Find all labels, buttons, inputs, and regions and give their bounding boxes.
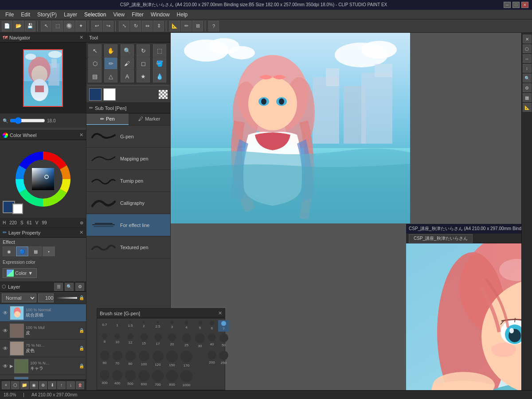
menu-view[interactable]: View [110, 11, 128, 19]
toolbar-pen[interactable]: ✏ [181, 21, 192, 31]
tool-zoom[interactable]: 🔍 [121, 44, 134, 57]
toolbar-flip-v[interactable]: ⇕ [153, 21, 164, 31]
menu-layer[interactable]: Layer [60, 11, 81, 19]
navigator-close[interactable]: ✕ [79, 35, 83, 40]
brush-size-50[interactable]: 50 [218, 332, 229, 349]
brush-size-17[interactable]: 17 [151, 332, 164, 349]
toolbar-select-auto[interactable]: ✦ [75, 21, 86, 31]
tool-pen[interactable]: ✏ [104, 57, 117, 70]
effect-border-btn[interactable]: ◉ [3, 246, 15, 256]
color-picker-icon[interactable]: ⊛ [80, 220, 83, 225]
menu-help[interactable]: Help [173, 11, 192, 19]
menu-filter[interactable]: Filter [128, 11, 147, 19]
right-tool-8[interactable]: 📐 [523, 103, 532, 112]
brush-size-800[interactable]: 800 [165, 369, 179, 388]
tool-select-lasso[interactable]: ⬡ [88, 57, 102, 70]
brush-size-300[interactable]: 300 [99, 369, 110, 388]
brush-size-200[interactable]: 200 [207, 350, 217, 368]
close-button[interactable]: ✕ [521, 2, 528, 8]
brush-size-400[interactable]: 400 [111, 369, 123, 388]
toolbar-transform[interactable]: ⤡ [119, 21, 129, 31]
second-canvas-image[interactable] [406, 243, 521, 390]
toolbar-grid[interactable]: ⊞ [192, 21, 203, 31]
tool-color-pick[interactable]: 💧 [153, 70, 166, 82]
opacity-slider[interactable] [55, 297, 77, 299]
brush-size-80[interactable]: 80 [124, 350, 137, 368]
toolbar-save[interactable]: 💾 [25, 21, 35, 31]
active-color-fg[interactable] [89, 88, 102, 101]
brush-size-600[interactable]: 600 [137, 369, 150, 388]
second-canvas-tab[interactable]: CSP_講座_秋津たいらさん [409, 234, 473, 243]
tool-hand[interactable]: ✋ [104, 44, 117, 57]
layer-settings-btn[interactable]: ⚙ [75, 283, 84, 291]
toolbar-cursor[interactable]: ↖ [41, 21, 51, 31]
active-color-bg[interactable] [103, 88, 116, 101]
maximize-button[interactable]: □ [512, 2, 520, 8]
right-tool-6[interactable]: ⚙ [523, 83, 532, 92]
toolbar-new[interactable]: 📄 [2, 21, 12, 31]
brush-size-3[interactable]: 3 [165, 320, 179, 332]
layer-item[interactable]: 👁 ▶ 100 % N… キャラ 🔒 [0, 357, 86, 375]
layer-move-down[interactable]: ↓ [66, 381, 75, 389]
brush-size-40[interactable]: 40 [207, 332, 217, 349]
layer-panel-menu[interactable]: ☰ [54, 283, 63, 291]
transparent-color[interactable] [159, 90, 168, 99]
tool-eraser[interactable]: ◻ [137, 57, 150, 70]
toolbar-ruler[interactable]: 📐 [169, 21, 180, 31]
toolbar-open[interactable]: 📂 [13, 21, 24, 31]
right-tool-1[interactable]: ✕ [523, 35, 532, 43]
color-wheel-container[interactable] [0, 140, 86, 218]
layer-visibility-3[interactable]: 👁 [2, 363, 9, 370]
toolbar-select-lasso[interactable]: 🔘 [64, 21, 74, 31]
brush-size-30[interactable]: 30 [194, 332, 206, 349]
brush-size-1.5[interactable]: 1.5 [124, 320, 137, 332]
brush-size-100[interactable]: 100 [137, 350, 150, 368]
brush-size-6[interactable]: 6 [207, 320, 217, 332]
brush-size-170[interactable]: 170 [180, 350, 193, 368]
layer-add-folder[interactable]: 📁 [20, 381, 29, 389]
effect-tones-btn[interactable]: ▪ [43, 246, 55, 256]
brush-size-close[interactable]: ✕ [218, 310, 222, 316]
layer-merge[interactable]: ⬇ [48, 381, 56, 389]
menu-file[interactable]: File [2, 11, 17, 19]
tool-text[interactable]: A [121, 70, 134, 82]
right-tool-2[interactable]: ⬡ [523, 44, 532, 53]
brush-size-120[interactable]: 120 [151, 350, 164, 368]
brush-size-8[interactable]: 8 [99, 332, 110, 349]
tab-pen[interactable]: ✏ Pen [86, 113, 129, 125]
tool-select-rect[interactable]: ⬚ [153, 44, 166, 57]
brush-size-10[interactable]: 10 [111, 332, 123, 349]
menu-story[interactable]: Story(P) [34, 11, 60, 19]
tool-brush[interactable]: 🖌 [121, 57, 134, 70]
brush-item-mapping[interactable]: Mapping pen [86, 148, 170, 170]
menu-selection[interactable]: Selection [81, 11, 110, 19]
brush-item-calligraphy[interactable]: Calligraphy [86, 192, 170, 214]
layer-item[interactable]: 👁 ▶ 100 % N… 背景 🔒 [0, 375, 86, 379]
tool-decoration[interactable]: ★ [137, 70, 150, 82]
main-canvas-image[interactable] [171, 33, 410, 223]
layer-add-raster[interactable]: + [2, 381, 10, 389]
tool-fill[interactable]: 🪣 [153, 57, 166, 70]
toolbar-rotate[interactable]: ↻ [130, 21, 141, 31]
menu-edit[interactable]: Edit [17, 11, 34, 19]
minimize-button[interactable]: ─ [504, 2, 511, 8]
tool-rotate[interactable]: ↻ [137, 44, 150, 57]
brush-size-60[interactable]: 60 [99, 350, 110, 368]
brush-size-70[interactable]: 70 [111, 350, 123, 368]
toolbar-flip-h[interactable]: ⇔ [142, 21, 153, 31]
brush-size-1[interactable]: 1 [111, 320, 123, 332]
menu-window[interactable]: Window [147, 11, 173, 19]
zoom-slider[interactable] [10, 117, 45, 124]
layer-delete[interactable]: 🗑 [76, 381, 84, 389]
layer-visibility-2[interactable]: 👁 [2, 345, 9, 352]
right-tool-4[interactable]: ↕ [523, 64, 532, 73]
brush-size-500[interactable]: 500 [124, 369, 137, 388]
layer-add-vector[interactable]: ⬡ [11, 381, 20, 389]
second-canvas-titlebar[interactable]: CSP_講座_秋津たいらさん (A4 210.00 x 297.00mm Bin… [406, 224, 521, 234]
brush-size-15[interactable]: 15 [137, 332, 150, 349]
opacity-input[interactable] [38, 293, 54, 302]
brush-size-25[interactable]: 25 [180, 332, 193, 349]
brush-item-effectline[interactable]: For effect line [86, 214, 170, 236]
layer-group-arrow-3[interactable]: ▶ [10, 364, 13, 368]
brush-size-5[interactable]: 5 [194, 320, 206, 332]
